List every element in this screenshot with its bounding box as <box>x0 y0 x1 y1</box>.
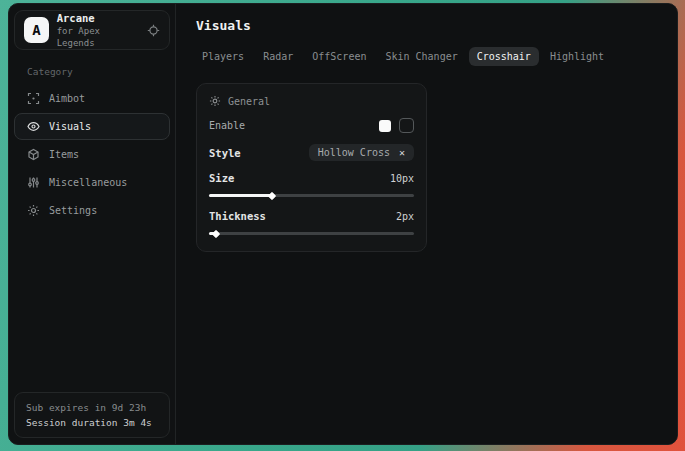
subscription-info-card: Sub expires in 9d 23h Session duration 3… <box>14 392 170 438</box>
style-select[interactable]: Hollow Cross ✕ <box>309 144 414 161</box>
style-row: Style Hollow Cross ✕ <box>209 144 414 161</box>
card-title: General <box>228 96 270 107</box>
enable-label: Enable <box>209 120 245 131</box>
crosshair-icon <box>27 92 40 105</box>
app-header-card: A Arcane for Apex Legends <box>14 10 170 50</box>
slider-handle[interactable] <box>212 229 220 237</box>
app-title-block: Arcane for Apex Legends <box>57 12 139 49</box>
page-title: Visuals <box>196 18 661 33</box>
enable-row: Enable <box>209 118 414 133</box>
tab-players[interactable]: Players <box>194 47 252 66</box>
tab-crosshair[interactable]: Crosshair <box>469 47 539 66</box>
sidebar-item-miscellaneous[interactable]: Miscellaneous <box>14 169 170 196</box>
tab-bar: Players Radar OffScreen Skin Changer Cro… <box>194 47 661 66</box>
app-subtitle: for Apex Legends <box>57 25 139 49</box>
enable-controls <box>379 118 414 133</box>
app-name: Arcane <box>57 12 139 25</box>
sliders-icon <box>27 176 40 189</box>
enable-checkbox[interactable] <box>379 120 391 132</box>
main-content: Visuals Players Radar OffScreen Skin Cha… <box>175 4 677 444</box>
sidebar-item-label: Items <box>49 149 79 160</box>
app-logo: A <box>24 17 49 43</box>
sidebar-item-label: Settings <box>49 205 97 216</box>
tab-skin-changer[interactable]: Skin Changer <box>377 47 465 66</box>
style-label: Style <box>209 147 241 159</box>
sidebar-item-aimbot[interactable]: Aimbot <box>14 85 170 112</box>
tab-offscreen[interactable]: OffScreen <box>304 47 374 66</box>
sidebar-item-items[interactable]: Items <box>14 141 170 168</box>
gear-icon <box>27 204 40 217</box>
desktop-background: A Arcane for Apex Legends Category <box>0 0 685 451</box>
app-window: A Arcane for Apex Legends Category <box>8 3 678 445</box>
gear-icon <box>209 95 221 107</box>
card-header: General <box>209 95 414 107</box>
target-icon[interactable] <box>147 24 160 37</box>
keybind-box[interactable] <box>399 118 414 133</box>
thickness-row: Thickness 2px <box>209 210 414 222</box>
style-value: Hollow Cross <box>318 147 390 158</box>
size-slider[interactable] <box>209 192 414 199</box>
sidebar-item-visuals[interactable]: Visuals <box>14 113 170 140</box>
sub-expiry-text: Sub expires in 9d 23h <box>26 400 158 415</box>
thickness-slider[interactable] <box>209 230 414 237</box>
sidebar-item-label: Visuals <box>49 121 91 132</box>
clear-icon[interactable]: ✕ <box>399 147 405 158</box>
slider-fill <box>209 232 215 235</box>
thickness-group: Thickness 2px <box>209 210 414 237</box>
size-value: 10px <box>390 173 414 184</box>
slider-handle[interactable] <box>267 191 275 199</box>
general-settings-card: General Enable Style Hollow Cross ✕ <box>196 83 427 252</box>
eye-icon <box>27 120 40 133</box>
cube-icon <box>27 148 40 161</box>
thickness-label: Thickness <box>209 210 266 222</box>
slider-track <box>209 232 414 235</box>
sidebar-item-label: Aimbot <box>49 93 85 104</box>
size-group: Size 10px <box>209 172 414 199</box>
slider-track <box>209 194 414 197</box>
sidebar-item-settings[interactable]: Settings <box>14 197 170 224</box>
size-row: Size 10px <box>209 172 414 184</box>
sidebar: A Arcane for Apex Legends Category <box>9 4 175 444</box>
tab-highlight[interactable]: Highlight <box>542 47 612 66</box>
thickness-value: 2px <box>396 211 414 222</box>
session-duration-text: Session duration 3m 4s <box>26 415 158 430</box>
category-label: Category <box>27 66 175 77</box>
size-label: Size <box>209 172 234 184</box>
slider-fill <box>209 194 271 197</box>
sidebar-item-label: Miscellaneous <box>49 177 127 188</box>
tab-radar[interactable]: Radar <box>255 47 301 66</box>
